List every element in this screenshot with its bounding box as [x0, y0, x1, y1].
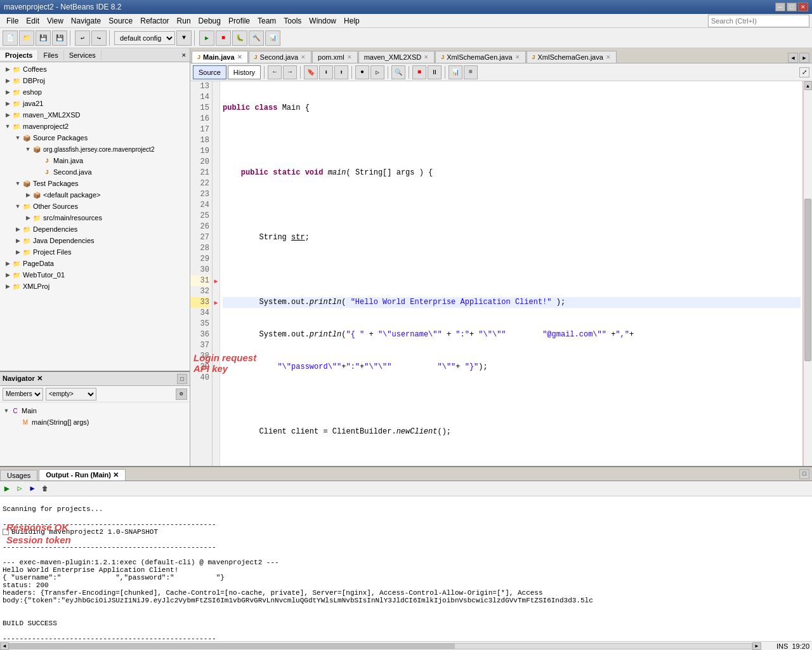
tab-close-icon[interactable]: ✕	[606, 54, 611, 60]
tab-close-icon[interactable]: ✕	[424, 54, 429, 60]
navigator-close-button[interactable]: □	[177, 374, 187, 384]
tab-maven-xml2xsd[interactable]: maven_XML2XSD ✕	[358, 51, 435, 63]
menu-source[interactable]: Source	[105, 15, 136, 27]
menu-window[interactable]: Window	[305, 15, 340, 27]
menu-navigate[interactable]: Navigate	[67, 15, 105, 27]
toggle-bookmarks[interactable]: 🔖	[304, 65, 318, 79]
members-select[interactable]: Members	[3, 388, 43, 401]
scrollbar-up[interactable]: ▲	[804, 81, 812, 90]
open-button[interactable]: 📁	[19, 30, 34, 46]
config-select[interactable]: default config	[114, 31, 175, 45]
tree-item-maven-xml2xsd[interactable]: ▶ 📁 maven_XML2XSD	[1, 109, 188, 121]
tree-item-webtutor[interactable]: ▶ 📁 WebTutor_01	[1, 269, 188, 281]
clean-button[interactable]: 🔨	[249, 30, 264, 46]
empty-select[interactable]: <empty>	[46, 388, 96, 401]
menu-file[interactable]: File	[3, 15, 22, 27]
tab-close-icon[interactable]: ✕	[237, 54, 242, 60]
tree-item-xmlproj[interactable]: ▶ 📁 XMLProj	[1, 281, 188, 292]
run-main-button[interactable]: ▷	[14, 483, 25, 494]
menu-tools[interactable]: Tools	[280, 15, 305, 27]
tree-item-other-sources[interactable]: ▼ 📁 Other Sources	[1, 201, 188, 212]
tab-services[interactable]: Services	[64, 50, 102, 60]
menu-profile[interactable]: Profile	[225, 15, 254, 27]
find-button[interactable]: 🔍	[391, 65, 405, 79]
tab-xmlschemagen2[interactable]: J XmlSchemaGen.java ✕	[527, 51, 617, 63]
tree-item-secondjava[interactable]: J Second.java	[1, 166, 188, 178]
menu-team[interactable]: Team	[254, 15, 280, 27]
minimize-button[interactable]: ─	[775, 3, 785, 11]
next-bookmark[interactable]: ⬇	[319, 65, 333, 79]
back-button[interactable]: ←	[268, 65, 282, 79]
tab-projects[interactable]: Projects	[0, 50, 38, 60]
tree-item-mavenproject2[interactable]: ▼ 📁 mavenproject2	[1, 121, 188, 132]
maximize-button[interactable]: □	[787, 3, 797, 11]
run-to-cursor[interactable]: ▷	[370, 65, 384, 79]
source-button[interactable]: Source	[193, 65, 226, 79]
new-button[interactable]: 📄	[3, 30, 18, 46]
out-hscroll-right[interactable]: ▶	[752, 642, 761, 650]
tree-item-coffees[interactable]: ▶ 📁 Coffees	[1, 63, 188, 75]
tree-item-org-glassfish[interactable]: ▼ 📦 org.glassfish.jersey.core.mavenproje…	[1, 143, 188, 155]
tab-close-icon[interactable]: ✕	[515, 54, 520, 60]
config-btn[interactable]: ▼	[176, 30, 192, 46]
stop-run[interactable]: ■	[412, 65, 426, 79]
tree-item-source-packages[interactable]: ▼ 📦 Source Packages	[1, 132, 188, 143]
tree-item-eshop[interactable]: ▶ 📁 eshop	[1, 86, 188, 98]
tab-usages[interactable]: Usages	[0, 470, 37, 481]
menu-help[interactable]: Help	[340, 15, 363, 27]
run-again-button[interactable]: ▶	[1, 483, 13, 494]
tab-secondjava[interactable]: J Second.java ✕	[249, 51, 312, 63]
tree-item-mainjava[interactable]: J Main.java	[1, 155, 188, 166]
output-hscrollbar[interactable]: ◀ ▶ INS 19:20	[0, 641, 812, 650]
redo-button[interactable]: ↪	[91, 30, 107, 46]
tab-scroll-right[interactable]: ▶	[799, 53, 809, 63]
scrollbar-thumb[interactable]	[804, 199, 811, 361]
out-hscroll-left[interactable]: ◀	[0, 642, 9, 650]
tab-scroll-left[interactable]: ◀	[788, 53, 798, 63]
tree-item-srcmain[interactable]: ▶ 📁 src/main/resources	[1, 212, 188, 223]
tab-close-icon[interactable]: ✕	[301, 54, 306, 60]
menu-run[interactable]: Run	[173, 15, 195, 27]
tree-item-pagedata[interactable]: ▶ 📁 PageData	[1, 258, 188, 269]
tree-item-java21[interactable]: ▶ 📁 java21	[1, 98, 188, 109]
undo-button[interactable]: ↩	[75, 30, 90, 46]
tab-output-run[interactable]: Output - Run (Main) ✕	[39, 469, 126, 481]
tab-mainjava[interactable]: J Main.java ✕	[192, 51, 248, 63]
stop-button[interactable]: ■	[216, 30, 231, 46]
tab-pomxml[interactable]: pom.xml ✕	[312, 51, 358, 63]
tab-close-icon[interactable]: ✕	[347, 54, 352, 60]
close-button[interactable]: ✕	[798, 3, 808, 11]
debug-button[interactable]: 🐛	[232, 30, 247, 46]
nav-item-main-method[interactable]: M main(String[] args)	[3, 416, 187, 428]
projects-panel-close[interactable]: ✕	[178, 50, 190, 60]
tab-xmlschemagen1[interactable]: J XmlSchemaGen.java ✕	[435, 51, 525, 63]
pause[interactable]: ⏸	[428, 65, 442, 79]
search-box[interactable]	[708, 15, 809, 27]
tab-files[interactable]: Files	[38, 50, 63, 60]
toggle-breakpoint[interactable]: ●	[355, 65, 369, 79]
profile-button[interactable]: 📊	[265, 30, 280, 46]
chart-btn[interactable]: 📊	[449, 65, 462, 79]
tree-item-project-files[interactable]: ▶ 📁 Project Files	[1, 246, 188, 258]
save-all-button[interactable]: 💾	[52, 30, 67, 46]
list-btn[interactable]: ≡	[464, 65, 478, 79]
menu-edit[interactable]: Edit	[22, 15, 43, 27]
run-button[interactable]: ▶	[199, 30, 214, 46]
tree-item-default-package[interactable]: ▶ 📦 <default package>	[1, 189, 188, 201]
tree-item-dependencies[interactable]: ▶ 📁 Dependencies	[1, 223, 188, 235]
tree-item-java-dependencies[interactable]: ▶ 📁 Java Dependencies	[1, 235, 188, 246]
history-button[interactable]: History	[228, 65, 261, 79]
prev-bookmark[interactable]: ⬆	[334, 65, 348, 79]
menu-debug[interactable]: Debug	[195, 15, 225, 27]
forward-button[interactable]: →	[283, 65, 297, 79]
menu-refactor[interactable]: Refactor	[136, 15, 173, 27]
output-panel-maximize[interactable]: □	[799, 469, 809, 479]
tree-item-test-packages[interactable]: ▼ 📦 Test Packages	[1, 178, 188, 189]
tree-item-dbproj[interactable]: ▶ 📁 DBProj	[1, 75, 188, 86]
out-hscroll-thumb[interactable]	[10, 644, 455, 649]
menu-view[interactable]: View	[43, 15, 67, 27]
clear-output-button[interactable]: 🗑	[39, 483, 51, 494]
save-button[interactable]: 💾	[36, 30, 51, 46]
debug-run-button[interactable]: ▶	[27, 483, 38, 494]
nav-item-main[interactable]: ▼ C Main	[3, 405, 187, 416]
